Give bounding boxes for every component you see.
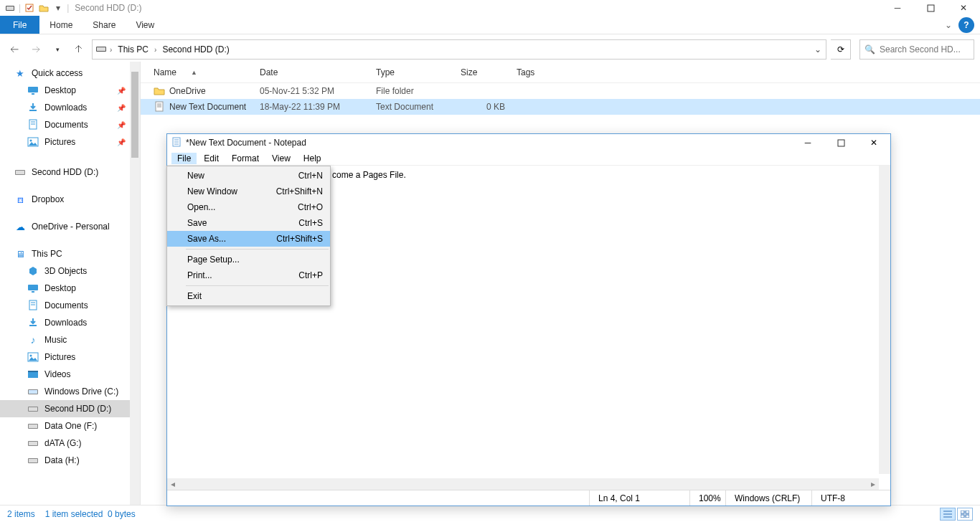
tab-view[interactable]: View xyxy=(126,16,164,34)
refresh-button[interactable]: ⟳ xyxy=(831,39,851,60)
file-row[interactable]: New Text Document18-May-22 11:39 PMText … xyxy=(141,99,980,115)
svg-rect-6 xyxy=(28,87,38,92)
scroll-right-icon[interactable]: ▸ xyxy=(867,478,879,490)
view-largeicons-button[interactable] xyxy=(957,508,973,521)
up-button[interactable]: 🡡 xyxy=(70,41,88,58)
notepad-horizontal-scrollbar[interactable]: ◂ ▸ xyxy=(167,478,879,490)
sidebar-item[interactable]: Data One (F:) xyxy=(0,417,140,435)
sidebar-this-pc[interactable]: 🖥 This PC xyxy=(0,245,140,262)
back-button[interactable]: 🡠 xyxy=(6,41,23,58)
recent-dropdown[interactable]: ▾ xyxy=(49,41,66,58)
notepad-titlebar[interactable]: *New Text Document - Notepad ─ ✕ xyxy=(167,134,890,151)
close-button[interactable]: ✕ xyxy=(947,0,980,16)
forward-button[interactable]: 🡢 xyxy=(27,41,44,58)
pictures-icon xyxy=(27,136,39,148)
menu-item[interactable]: New WindowCtrl+Shift+N xyxy=(167,184,330,199)
col-name[interactable]: Name▲ xyxy=(148,67,254,77)
sidebar-item[interactable]: Desktop xyxy=(0,280,140,297)
chevron-right-icon[interactable]: › xyxy=(154,46,156,54)
qat-properties-icon[interactable] xyxy=(24,2,35,14)
sidebar-item[interactable]: Downloads📌 xyxy=(0,99,140,116)
svg-rect-29 xyxy=(29,407,37,411)
menu-help[interactable]: Help xyxy=(298,153,327,164)
menu-item[interactable]: Page Setup... xyxy=(167,252,330,267)
maximize-button[interactable] xyxy=(914,0,947,16)
svg-rect-3 xyxy=(928,5,934,11)
search-input[interactable]: 🔍 Search Second HD... xyxy=(859,39,974,60)
sidebar-item[interactable]: Desktop📌 xyxy=(0,82,140,99)
sidebar-item[interactable]: Second HDD (D:) xyxy=(0,163,140,181)
sidebar-scrollbar[interactable] xyxy=(130,62,140,505)
svg-rect-21 xyxy=(29,325,37,326)
menu-item[interactable]: Save As...Ctrl+Shift+S xyxy=(167,231,330,247)
svg-rect-33 xyxy=(29,442,37,445)
address-dropdown[interactable]: ⌄ xyxy=(810,44,826,54)
menu-item[interactable]: SaveCtrl+S xyxy=(167,215,330,231)
crumb-thispc[interactable]: This PC xyxy=(115,44,151,54)
svg-point-13 xyxy=(30,140,32,142)
svg-rect-15 xyxy=(16,171,24,174)
status-encoding: UTF-8 xyxy=(811,490,890,506)
menu-file[interactable]: File xyxy=(171,153,197,164)
qat-dropdown-icon[interactable]: ▾ xyxy=(52,2,64,14)
menu-format[interactable]: Format xyxy=(226,153,265,164)
monitor-icon: 🖥 xyxy=(14,248,26,260)
minimize-button[interactable]: ─ xyxy=(881,0,914,16)
sidebar-item[interactable]: ⧈Dropbox xyxy=(0,191,140,208)
sidebar-item[interactable]: Second HDD (D:) xyxy=(0,400,140,417)
notepad-icon xyxy=(171,137,182,149)
notepad-close-button[interactable]: ✕ xyxy=(857,134,890,151)
scroll-left-icon[interactable]: ◂ xyxy=(167,478,179,490)
sidebar-item[interactable]: ♪Music xyxy=(0,331,140,348)
view-details-button[interactable] xyxy=(940,508,956,521)
window-title: Second HDD (D:) xyxy=(75,3,141,13)
svg-rect-8 xyxy=(29,110,37,111)
sidebar-item[interactable]: Documents xyxy=(0,297,140,314)
drive-icon xyxy=(95,44,107,56)
sidebar-item[interactable]: Downloads xyxy=(0,314,140,331)
menu-item[interactable]: Exit xyxy=(167,288,330,304)
col-date[interactable]: Date xyxy=(254,67,370,77)
notepad-title: *New Text Document - Notepad xyxy=(186,138,306,148)
file-row[interactable]: OneDrive05-Nov-21 5:32 PMFile folder xyxy=(141,83,980,99)
col-size[interactable]: Size xyxy=(455,67,511,77)
drive-icon xyxy=(27,403,39,414)
menu-item[interactable]: Print...Ctrl+P xyxy=(167,267,330,283)
menu-view[interactable]: View xyxy=(266,153,296,164)
svg-rect-31 xyxy=(29,424,37,428)
menu-item[interactable]: NewCtrl+N xyxy=(167,168,330,184)
sidebar-item[interactable]: Windows Drive (C:) xyxy=(0,383,140,400)
crumb-drive[interactable]: Second HDD (D:) xyxy=(159,44,232,54)
svg-rect-35 xyxy=(29,459,37,462)
sidebar-item[interactable]: Videos xyxy=(0,366,140,383)
menu-item[interactable]: Open...Ctrl+O xyxy=(167,199,330,215)
address-bar[interactable]: › This PC › Second HDD (D:) ⌄ xyxy=(92,39,826,60)
sidebar-item[interactable]: dATA (G:) xyxy=(0,435,140,452)
navigation-row: 🡠 🡢 ▾ 🡡 › This PC › Second HDD (D:) ⌄ ⟳ … xyxy=(0,37,980,62)
sidebar-item[interactable]: Data (H:) xyxy=(0,452,140,469)
notepad-vertical-scrollbar[interactable] xyxy=(879,166,890,474)
desktop-icon xyxy=(27,85,39,96)
sidebar-item[interactable]: ☁OneDrive - Personal xyxy=(0,218,140,235)
sidebar-item[interactable]: 3D Objects xyxy=(0,262,140,280)
menu-edit[interactable]: Edit xyxy=(198,153,225,164)
tab-share[interactable]: Share xyxy=(83,16,126,34)
tab-file[interactable]: File xyxy=(0,16,39,34)
col-tags[interactable]: Tags xyxy=(511,67,568,77)
downloads-icon xyxy=(27,102,39,113)
dropbox-icon: ⧈ xyxy=(14,194,26,205)
notepad-maximize-button[interactable] xyxy=(824,134,857,151)
notepad-minimize-button[interactable]: ─ xyxy=(791,134,824,151)
sidebar-item[interactable]: Pictures xyxy=(0,348,140,366)
qat-newfolder-icon[interactable] xyxy=(38,2,50,14)
tab-home[interactable]: Home xyxy=(39,16,83,34)
sidebar-quick-access[interactable]: ★ Quick access xyxy=(0,65,140,82)
help-button[interactable]: ? xyxy=(958,17,974,33)
svg-rect-45 xyxy=(961,515,964,518)
chevron-right-icon[interactable]: › xyxy=(110,46,112,54)
sidebar-item[interactable]: Documents📌 xyxy=(0,116,140,133)
col-type[interactable]: Type xyxy=(370,67,455,77)
sidebar-item[interactable]: Pictures📌 xyxy=(0,133,140,151)
ribbon-chevron-icon[interactable]: ⌄ xyxy=(938,16,958,34)
svg-rect-17 xyxy=(32,291,34,293)
